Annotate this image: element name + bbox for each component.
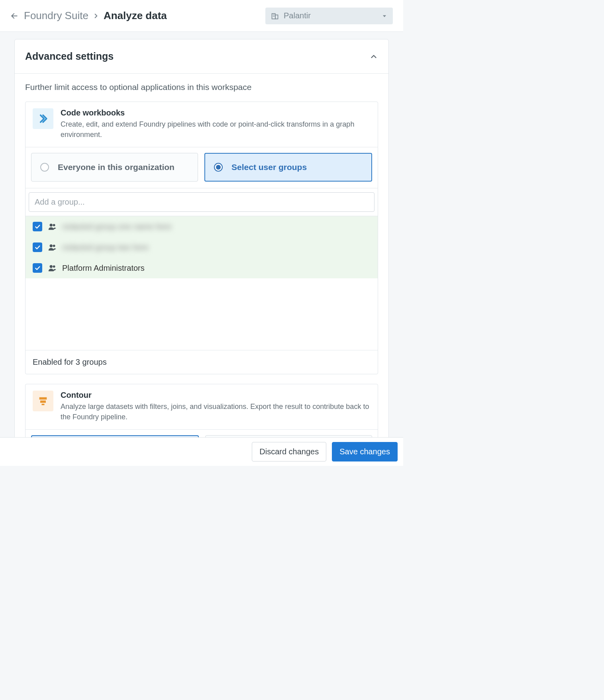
svg-rect-3 [273,14,274,15]
group-area-empty [25,278,378,350]
organization-label: Palantir [284,11,377,20]
group-icon [48,243,57,252]
scope-everyone[interactable]: Everyone in this organization [31,153,198,182]
group-checkbox[interactable] [33,222,42,231]
group-item: redacted group two here [25,237,378,258]
svg-point-13 [53,266,55,268]
discard-button[interactable]: Discard changes [252,442,326,461]
app-title: Code workbooks [61,108,371,117]
group-item: redacted group one name here [25,216,378,237]
svg-marker-7 [383,15,386,17]
group-name: redacted group one name here [62,222,172,231]
app-card-code-workbooks: Code workbooks Create, edit, and extend … [25,102,378,374]
svg-point-9 [53,224,55,227]
radio-icon [40,163,49,172]
svg-rect-6 [274,16,275,17]
back-arrow-icon[interactable] [10,12,18,20]
save-button[interactable]: Save changes [332,442,398,461]
group-icon [48,222,57,231]
chevron-up-icon [369,52,378,61]
svg-rect-4 [274,14,275,15]
panel-description: Further limit access to optional applica… [25,82,378,92]
svg-point-10 [50,244,53,247]
content-scroll[interactable]: Advanced settings Further limit access t… [0,32,403,466]
group-checkbox[interactable] [33,242,42,252]
group-list: redacted group one name here redacted gr… [25,216,378,278]
svg-point-11 [53,245,55,247]
svg-rect-5 [273,16,274,17]
svg-point-12 [50,265,53,268]
code-workbooks-icon [33,108,53,129]
organization-selector[interactable]: Palantir [265,8,393,24]
topbar: Foundry Suite Analyze data Palantir [0,0,403,32]
panel-body: Further limit access to optional applica… [15,74,388,466]
chevron-right-icon [92,12,100,20]
radio-icon [214,163,223,172]
scope-select-groups[interactable]: Select user groups [204,153,372,182]
group-name: Platform Administrators [62,264,145,273]
action-bar: Discard changes Save changes [0,437,403,466]
breadcrumb: Foundry Suite Analyze data [24,10,167,22]
scope-radio-row: Everyone in this organization Select use… [25,147,378,188]
group-checkbox[interactable] [33,263,42,273]
app-description: Analyze large datasets with filters, joi… [61,401,371,422]
panel-header[interactable]: Advanced settings [15,39,388,74]
group-picker: redacted group one name here redacted gr… [25,188,378,350]
svg-rect-14 [39,397,47,400]
svg-rect-16 [42,404,45,405]
app-title: Contour [61,391,371,400]
caret-down-icon [382,13,387,19]
advanced-settings-panel: Advanced settings Further limit access t… [14,39,389,466]
scope-everyone-label: Everyone in this organization [58,162,175,172]
add-group-input[interactable] [29,192,375,212]
svg-point-8 [50,224,53,227]
scope-groups-label: Select user groups [231,162,307,172]
group-item: Platform Administrators [25,258,378,278]
group-icon [48,264,57,272]
breadcrumb-root[interactable]: Foundry Suite [24,10,88,22]
breadcrumb-current: Analyze data [104,10,167,22]
card-footer: Enabled for 3 groups [25,350,378,374]
svg-rect-15 [40,401,46,403]
organization-icon [271,12,279,20]
panel-title: Advanced settings [25,51,114,62]
svg-rect-2 [275,15,278,19]
group-name: redacted group two here [62,243,149,252]
app-description: Create, edit, and extend Foundry pipelin… [61,119,371,140]
contour-icon [33,391,53,411]
